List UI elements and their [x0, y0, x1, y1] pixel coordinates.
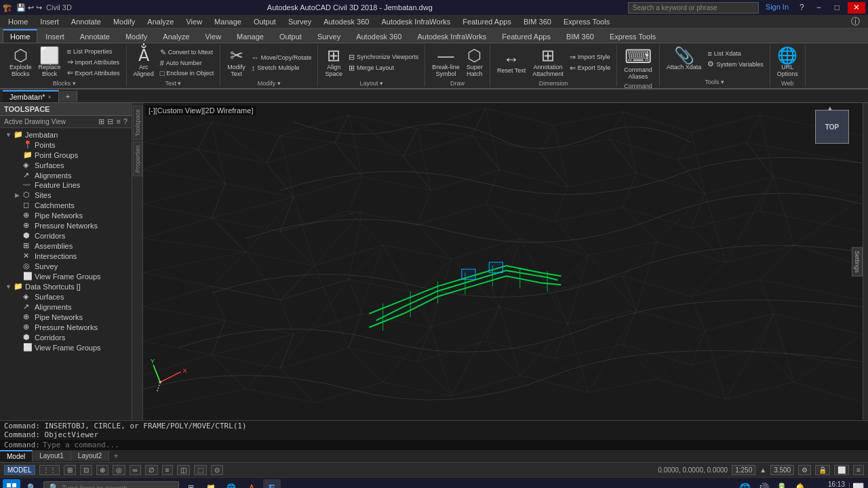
- workspace-btn[interactable]: ⚙: [798, 465, 811, 475]
- tree-root-jembatan[interactable]: ▼ 📁 Jembatan: [0, 129, 132, 140]
- tree-item-assemblies[interactable]: ⊞ Assemblies: [0, 241, 132, 251]
- taskbar-search[interactable]: 🔍: [43, 481, 179, 488]
- tab-insert[interactable]: Insert: [38, 30, 72, 43]
- undo-btn[interactable]: ↩: [28, 3, 34, 12]
- menu-annotate[interactable]: Annotate: [66, 16, 106, 27]
- menu-analyze[interactable]: Analyze: [142, 16, 179, 27]
- tree-item-ds-alignments[interactable]: ↗ Alignments: [0, 302, 132, 312]
- export-style-btn[interactable]: ⇐Export Style: [568, 63, 613, 73]
- nav-cube[interactable]: TOP ▲: [812, 110, 849, 147]
- ts-icon-help[interactable]: ?: [123, 117, 127, 126]
- tree-item-catchments[interactable]: ◻ Catchments: [0, 200, 132, 210]
- search-taskbar-btn[interactable]: 🔍: [23, 479, 41, 489]
- customization-btn[interactable]: ≡: [853, 465, 864, 475]
- help-btn[interactable]: ?: [795, 2, 808, 14]
- tree-item-ds-surfaces[interactable]: ◈ Surfaces: [0, 291, 132, 302]
- acad-taskbar-btn[interactable]: 🏗: [263, 479, 281, 489]
- tree-item-alignments[interactable]: ↗ Alignments: [0, 170, 132, 180]
- layout-add-btn[interactable]: +: [109, 450, 122, 462]
- menu-view[interactable]: View: [180, 16, 208, 27]
- menu-info[interactable]: ⓘ: [846, 14, 865, 29]
- tab-analyze[interactable]: Analyze: [155, 30, 197, 43]
- enclose-object-btn[interactable]: □Enclose in Object: [158, 68, 216, 78]
- arc-aligned-btn[interactable]: A̐ ArcAligned: [131, 46, 157, 79]
- tree-item-feature-lines[interactable]: 〰 Feature Lines: [0, 180, 132, 190]
- tab-annotate[interactable]: Annotate: [73, 30, 117, 43]
- tab-output[interactable]: Output: [272, 30, 309, 43]
- ts-icon-menu[interactable]: ≡: [116, 117, 120, 126]
- file-explorer-btn[interactable]: 📁: [202, 479, 220, 489]
- tree-item-pipe-networks[interactable]: ⊕ Pipe Networks: [0, 210, 132, 220]
- annotation-attachment-btn[interactable]: ⊞ AnnotationAttachment: [530, 46, 566, 79]
- list-xdata-btn[interactable]: ≡List Xdata: [705, 49, 765, 58]
- import-style-btn[interactable]: ⇒Import Style: [568, 52, 613, 62]
- tree-item-ds-corridors[interactable]: ⬢ Corridors: [0, 332, 132, 342]
- tab-express[interactable]: Express Tools: [602, 30, 663, 43]
- doc-tab-close[interactable]: ×: [48, 94, 52, 100]
- menu-modify[interactable]: Modify: [108, 16, 140, 27]
- tab-infraworks[interactable]: Autodesk InfraWorks: [410, 30, 494, 43]
- ortho-btn[interactable]: ⊡: [80, 465, 92, 475]
- tab-view[interactable]: View: [197, 30, 229, 43]
- sign-in-btn[interactable]: Sign In: [762, 2, 793, 14]
- nav-cube-face[interactable]: TOP: [815, 110, 849, 144]
- properties-side-tab[interactable]: Properties: [133, 142, 142, 176]
- settings-tab-label[interactable]: Settings: [852, 247, 863, 277]
- breakline-btn[interactable]: — Break-lineSymbol: [429, 46, 462, 79]
- tab-manage[interactable]: Manage: [229, 30, 271, 43]
- menu-survey[interactable]: Survey: [283, 16, 317, 27]
- tree-item-corridors[interactable]: ⬢ Corridors: [0, 230, 132, 241]
- tree-item-pressure-networks[interactable]: ⊕ Pressure Networks: [0, 220, 132, 230]
- url-options-btn[interactable]: 🌐 URLOptions: [774, 46, 801, 79]
- clock[interactable]: 16:13 04/09/2021: [811, 481, 845, 489]
- stretch-multiple-btn[interactable]: ↕Stretch Multiple: [250, 63, 314, 73]
- model-btn[interactable]: MODEL: [4, 465, 35, 475]
- menu-autodesk360[interactable]: Autodesk 360: [318, 16, 374, 27]
- menu-bim360[interactable]: BIM 360: [518, 16, 557, 27]
- tree-item-data-shortcuts[interactable]: ▼ 📁 Data Shortcuts []: [0, 281, 132, 291]
- tree-item-view-frame-groups[interactable]: ⬜ View Frame Groups: [0, 271, 132, 281]
- volume-tray-icon[interactable]: 🔊: [756, 483, 770, 489]
- grid-btn[interactable]: ⊞: [64, 465, 76, 475]
- polar-btn[interactable]: ⊕: [96, 465, 108, 475]
- layout-tab-layout1[interactable]: Layout1: [33, 451, 71, 461]
- list-properties-btn[interactable]: ≡List Properties: [65, 47, 122, 56]
- layout-tab-model[interactable]: Model: [0, 450, 33, 462]
- selection-btn[interactable]: ⬚: [194, 465, 207, 475]
- command-aliases-btn[interactable]: ⌨ CommandAliases: [621, 46, 655, 81]
- annotation-scale[interactable]: 1:250: [732, 465, 755, 475]
- menu-manage[interactable]: Manage: [209, 16, 247, 27]
- explode-blocks-btn[interactable]: ⬡ ExplodeBlocks: [7, 46, 35, 79]
- import-attributes-btn[interactable]: ⇒Import Attributes: [65, 57, 122, 67]
- auto-number-btn[interactable]: #Auto Number: [158, 58, 216, 68]
- menu-home[interactable]: Home: [3, 16, 33, 27]
- align-space-btn[interactable]: ⊞ AlignSpace: [322, 46, 345, 79]
- tab-home[interactable]: Home: [3, 29, 37, 43]
- tab-autodesk360[interactable]: Autodesk 360: [349, 30, 409, 43]
- search-box[interactable]: Search a keyword or phrase: [628, 2, 759, 14]
- settings-panel-tab[interactable]: Settings: [852, 247, 863, 277]
- taskbar-search-input[interactable]: [62, 484, 170, 489]
- system-variables-btn[interactable]: ⚙System Variables: [705, 59, 765, 69]
- ts-icon-remove[interactable]: ⊟: [107, 117, 113, 126]
- replace-block-btn[interactable]: ⬜ ReplaceBlock: [36, 46, 64, 79]
- notification-tray-icon[interactable]: 🔔: [793, 483, 807, 489]
- close-btn[interactable]: ✕: [848, 2, 865, 14]
- browser-btn[interactable]: 🌐: [222, 479, 240, 489]
- tree-item-ds-pipe-networks[interactable]: ⊕ Pipe Networks: [0, 312, 132, 322]
- viewport[interactable]: [-][Custom View][2D Wireframe]: [143, 103, 863, 420]
- ducs-btn[interactable]: ∅: [145, 465, 158, 475]
- gizmo-btn[interactable]: ⊙: [211, 465, 223, 475]
- fullscreen-btn[interactable]: ⬜: [834, 465, 849, 475]
- modify-text-btn[interactable]: ✂ ModifyText: [224, 46, 248, 79]
- nav-cube-north[interactable]: ▲: [827, 104, 833, 112]
- task-view-btn[interactable]: ⊞: [182, 479, 199, 489]
- move-copy-btn[interactable]: ↔Move/Copy/Rotate: [250, 53, 314, 62]
- maximize-btn[interactable]: □: [829, 2, 845, 14]
- menu-express[interactable]: Express Tools: [558, 16, 615, 27]
- redo-btn[interactable]: ↪: [36, 3, 42, 12]
- superhatch-btn[interactable]: ⬡ SuperHatch: [464, 46, 486, 79]
- snap-grid-btn[interactable]: ⋮⋮: [39, 465, 60, 475]
- doc-tab-add[interactable]: +: [59, 91, 77, 102]
- tree-item-points[interactable]: 📍 Points: [0, 140, 132, 150]
